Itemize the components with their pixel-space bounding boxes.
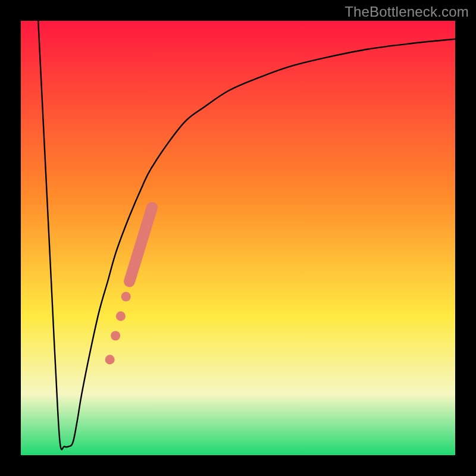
highlight-point xyxy=(111,331,120,340)
watermark: TheBottleneck.com xyxy=(345,4,469,20)
highlight-point xyxy=(121,292,131,302)
highlight-point xyxy=(105,355,115,364)
bottleneck-chart xyxy=(0,0,476,476)
highlight-point xyxy=(116,311,126,321)
